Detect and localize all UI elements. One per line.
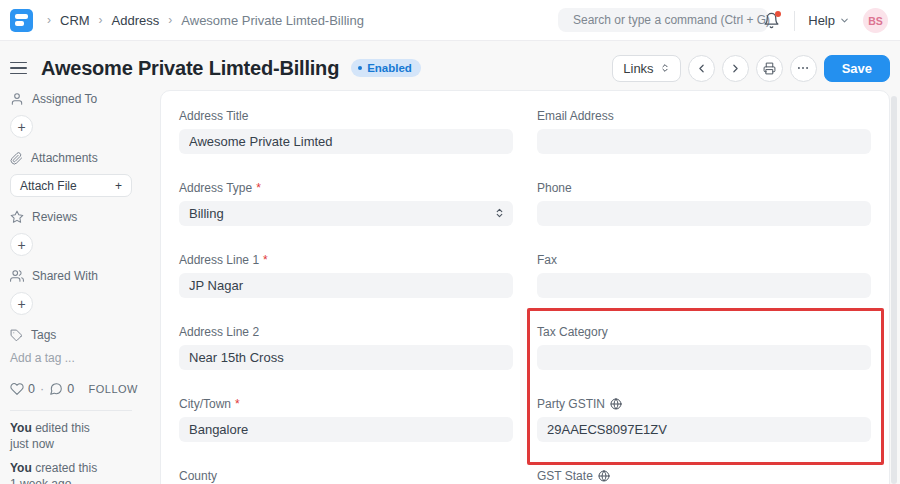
field-phone: Phone: [537, 181, 871, 226]
user-icon: [10, 92, 24, 106]
email-address-input[interactable]: [537, 129, 871, 154]
address-form-card: Address Title Address Type* Address Line…: [160, 90, 890, 484]
field-label: Party GSTIN: [537, 397, 605, 411]
field-address-line-1: Address Line 1*: [179, 253, 513, 298]
print-button[interactable]: [756, 55, 783, 82]
activity-item: You edited this just now: [10, 420, 97, 452]
more-menu-button[interactable]: [790, 55, 817, 82]
field-party-gstin: Party GSTIN: [537, 397, 871, 442]
page-header: Awesome Private Limted-Billing Enabled L…: [10, 52, 890, 84]
party-gstin-input[interactable]: [537, 417, 871, 442]
tag-icon: [10, 329, 23, 342]
field-label: Phone: [537, 181, 572, 195]
links-label: Links: [623, 61, 653, 76]
notification-dot: [775, 11, 781, 17]
save-button[interactable]: Save: [824, 55, 890, 82]
chevron-right-icon: ›: [47, 13, 51, 27]
address-type-select[interactable]: [179, 201, 513, 226]
tags-label: Tags: [31, 328, 56, 342]
status-badge-label: Enabled: [367, 62, 412, 74]
chevron-left-icon: [695, 62, 708, 75]
heart-icon[interactable]: [10, 382, 24, 396]
add-assignment-button[interactable]: +: [10, 115, 33, 138]
field-county: County: [179, 469, 513, 484]
paperclip-icon: [10, 152, 23, 165]
required-asterisk: *: [263, 253, 268, 267]
navbar-divider: [794, 11, 795, 31]
field-label: Address Line 1: [179, 253, 259, 267]
form-left-column: Address Title Address Type* Address Line…: [179, 109, 513, 484]
field-tax-category: Tax Category: [537, 325, 871, 370]
tax-category-input[interactable]: [537, 345, 871, 370]
document-sidebar: Assigned To + Attachments Attach File + …: [10, 92, 150, 378]
activity-action: created this: [35, 461, 97, 475]
field-email-address: Email Address: [537, 109, 871, 154]
add-review-button[interactable]: +: [10, 233, 33, 256]
shared-with-section: Shared With +: [10, 269, 150, 315]
field-fax: Fax: [537, 253, 871, 298]
address-line-2-input[interactable]: [179, 345, 513, 370]
comment-icon[interactable]: [49, 382, 63, 396]
reviews-label: Reviews: [32, 210, 77, 224]
activity-actor: You: [10, 461, 32, 475]
field-address-line-2: Address Line 2: [179, 325, 513, 370]
user-avatar[interactable]: BS: [863, 8, 888, 33]
next-record-button[interactable]: [722, 55, 749, 82]
add-tag-input[interactable]: Add a tag ...: [10, 351, 150, 365]
field-label: City/Town: [179, 397, 231, 411]
printer-icon: [763, 62, 776, 75]
help-menu[interactable]: Help: [808, 13, 850, 28]
breadcrumb-crm[interactable]: CRM: [60, 13, 90, 28]
attachments-label: Attachments: [31, 151, 98, 165]
follow-button[interactable]: FOLLOW: [89, 383, 138, 395]
field-label: Tax Category: [537, 325, 608, 339]
globe-icon: [610, 398, 622, 410]
search-input[interactable]: Search or type a command (Ctrl + G): [558, 8, 768, 32]
chevron-down-icon: [839, 15, 850, 26]
address-line-1-input[interactable]: [179, 273, 513, 298]
required-asterisk: *: [235, 397, 240, 411]
fax-input[interactable]: [537, 273, 871, 298]
activity-action: edited this: [35, 421, 90, 435]
select-chevrons-icon: [660, 62, 670, 74]
breadcrumb-current: Awesome Private Limted-Billing: [181, 13, 364, 28]
previous-record-button[interactable]: [688, 55, 715, 82]
field-label: Fax: [537, 253, 557, 267]
city-town-input[interactable]: [179, 417, 513, 442]
field-label: GST State: [537, 469, 593, 483]
vertical-scrollbar[interactable]: [891, 96, 897, 484]
field-label: Address Title: [179, 109, 248, 123]
chevron-right-icon: ›: [99, 13, 103, 27]
field-city-town: City/Town*: [179, 397, 513, 442]
reviews-section: Reviews +: [10, 210, 150, 256]
field-label: Address Line 2: [179, 325, 259, 339]
chevron-right-icon: [729, 62, 742, 75]
app-window: › CRM › Address › Awesome Private Limted…: [0, 0, 900, 484]
assigned-to-label: Assigned To: [32, 92, 97, 106]
field-label: Email Address: [537, 109, 614, 123]
required-asterisk: *: [256, 181, 261, 195]
status-badge: Enabled: [351, 59, 421, 77]
links-dropdown-button[interactable]: Links: [612, 55, 680, 82]
social-row: 0 · 0 FOLLOW: [10, 382, 138, 396]
tags-section: Tags Add a tag ...: [10, 328, 150, 365]
activity-log: You edited this just now You created thi…: [10, 420, 97, 484]
field-label: County: [179, 469, 217, 483]
breadcrumb: › CRM › Address › Awesome Private Limted…: [47, 13, 364, 28]
phone-input[interactable]: [537, 201, 871, 226]
star-icon: [10, 210, 24, 224]
form-right-column: Email Address Phone Fax Tax Category Par…: [537, 109, 871, 484]
activity-actor: You: [10, 421, 32, 435]
navbar-actions: Help BS: [763, 0, 888, 41]
more-horizontal-icon: [796, 61, 810, 75]
app-logo-icon[interactable]: [10, 9, 33, 32]
add-share-button[interactable]: +: [10, 292, 33, 315]
breadcrumb-address[interactable]: Address: [112, 13, 160, 28]
attach-file-button[interactable]: Attach File +: [10, 174, 132, 197]
likes-count: 0: [28, 382, 35, 396]
field-address-title: Address Title: [179, 109, 513, 154]
address-title-input[interactable]: [179, 129, 513, 154]
sidebar-toggle-icon[interactable]: [10, 62, 27, 75]
notifications-bell-icon[interactable]: [763, 12, 781, 30]
help-label: Help: [808, 13, 835, 28]
